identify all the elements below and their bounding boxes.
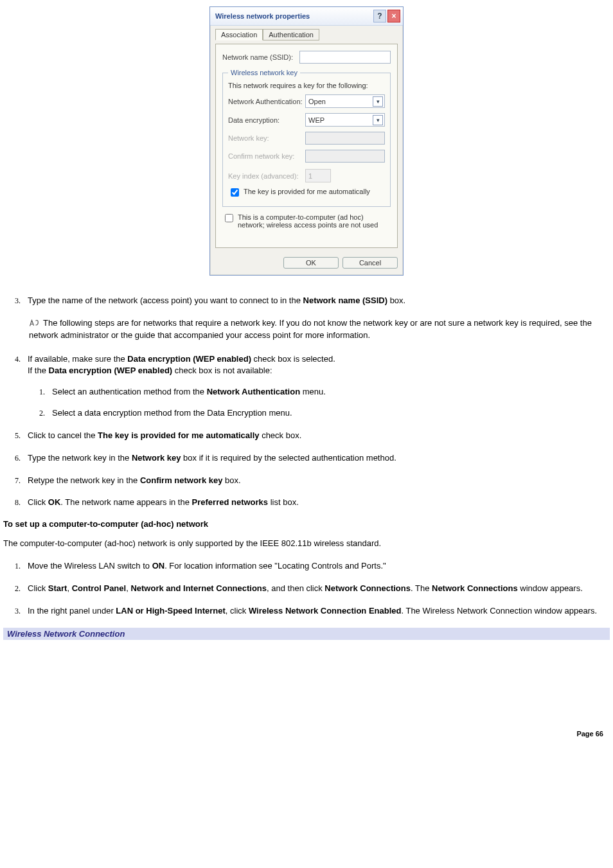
ok-button[interactable]: OK [283, 257, 339, 269]
network-authentication-select[interactable]: Open ▾ [305, 94, 385, 108]
group-legend: Wireless network key [228, 69, 300, 76]
sub-steps: Select an authentication method from the… [28, 386, 610, 420]
instruction-list: Type the name of the network (access poi… [3, 295, 610, 307]
wireless-properties-dialog: Wireless network properties ? × Associat… [209, 6, 404, 276]
adhoc-steps: Move the Wireless LAN switch to ON. For … [3, 560, 610, 617]
confirm-key-label: Confirm network key: [228, 152, 305, 160]
step-3: Type the name of the network (access poi… [22, 295, 610, 307]
auto-key-checkbox[interactable] [231, 188, 239, 197]
note: The following steps are for networks tha… [29, 317, 610, 342]
cancel-button[interactable]: Cancel [342, 257, 398, 269]
auth-value: Open [308, 98, 326, 105]
step-7: Retype the network key in the Confirm ne… [22, 475, 610, 487]
dialog-title: Wireless network properties [215, 12, 310, 20]
step-8: Click OK. The network name appears in th… [22, 497, 610, 509]
adhoc-intro: The computer-to-computer (ad-hoc) networ… [3, 538, 610, 550]
enc-label: Data encryption: [228, 116, 305, 124]
network-key-input [305, 132, 385, 145]
step-4-1: Select an authentication method from the… [47, 386, 610, 398]
step-4: If available, make sure the Data encrypt… [22, 353, 610, 420]
chevron-down-icon: ▾ [373, 115, 383, 125]
key-index-label: Key index (advanced): [228, 172, 305, 180]
key-index-stepper: 1 [305, 169, 331, 182]
tab-authentication[interactable]: Authentication [263, 29, 319, 40]
chevron-down-icon: ▾ [373, 96, 383, 107]
dialog-titlebar: Wireless network properties ? × [210, 7, 403, 26]
auto-key-label: The key is provided for me automatically [244, 188, 370, 195]
group-desc: This network requires a key for the foll… [228, 82, 385, 89]
adhoc-label: This is a computer-to-computer (ad hoc) … [238, 213, 391, 229]
adhoc-heading: To set up a computer-to-computer (ad-hoc… [3, 519, 610, 529]
adhoc-checkbox[interactable] [225, 214, 233, 222]
page-number: Page 66 [3, 730, 610, 738]
note-icon [29, 319, 40, 328]
adhoc-step-1: Move the Wireless LAN switch to ON. For … [22, 560, 610, 572]
step-4-2: Select a data encryption method from the… [47, 407, 610, 420]
enc-value: WEP [308, 116, 324, 124]
close-icon[interactable]: × [387, 10, 400, 22]
step-6: Type the network key in the Network key … [22, 452, 610, 465]
help-icon[interactable]: ? [373, 10, 386, 22]
tab-association[interactable]: Association [215, 29, 263, 40]
wireless-key-group: Wireless network key This network requir… [222, 69, 391, 207]
instruction-list-cont: If available, make sure the Data encrypt… [3, 353, 610, 509]
ssid-label: Network name (SSID): [222, 53, 299, 61]
step-5: Click to cancel the The key is provided … [22, 430, 610, 442]
adhoc-step-3: In the right panel under LAN or High-Spe… [22, 605, 610, 617]
ssid-input[interactable] [299, 51, 391, 64]
auth-label: Network Authentication: [228, 98, 305, 105]
confirm-key-input [305, 150, 385, 163]
figure-caption: Wireless Network Connection [3, 628, 610, 640]
network-key-label: Network key: [228, 134, 305, 142]
data-encryption-select[interactable]: WEP ▾ [305, 113, 385, 127]
adhoc-step-2: Click Start, Control Panel, Network and … [22, 583, 610, 595]
